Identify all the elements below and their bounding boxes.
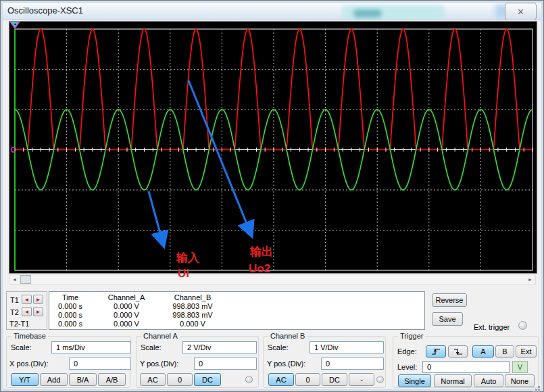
ext-trigger-indicator bbox=[518, 321, 527, 330]
channel-a-scale-input[interactable] bbox=[182, 341, 257, 353]
table-header-time: Time bbox=[49, 293, 91, 302]
table-cell: 0.000 V bbox=[91, 311, 162, 320]
t2-left-button[interactable]: ◄ bbox=[22, 307, 32, 316]
channel-a-ypos-label: Y pos.(Div): bbox=[140, 360, 178, 368]
timebase-xpos-input[interactable] bbox=[69, 358, 131, 370]
channel-a-ypos-input[interactable] bbox=[194, 358, 257, 370]
trigger-source-ext-button[interactable]: Ext bbox=[516, 345, 537, 358]
t1-left-icon: ◄ bbox=[24, 297, 30, 303]
channel-b-caption: Channel B bbox=[268, 332, 307, 340]
table-cell: 0.000 s bbox=[49, 302, 91, 311]
scroll-right-icon: ► bbox=[528, 277, 533, 282]
channel-b-scale-input[interactable] bbox=[310, 341, 384, 353]
channel-b-ypos-input[interactable] bbox=[321, 358, 384, 370]
annotation-output-sub: Uo2 bbox=[249, 263, 270, 274]
readout-table: Time Channel_A Channel_B 0.000 s 0.000 V… bbox=[49, 291, 425, 330]
resize-grip[interactable] bbox=[538, 386, 540, 388]
group-trigger: Trigger Edge: A B Ext Level: V Single No… bbox=[393, 336, 539, 388]
channel-a-caption: Channel A bbox=[141, 332, 180, 340]
trigger-mode-auto-button[interactable]: Auto bbox=[474, 374, 503, 387]
channel-b-dc-button[interactable]: DC bbox=[322, 373, 347, 386]
t2t1-label: T2-T1 bbox=[9, 320, 29, 328]
channel-b-indicator bbox=[376, 376, 384, 383]
close-button[interactable]: ✕ bbox=[505, 3, 537, 20]
group-channel-a: Channel A Scale: Y pos.(Div): AC 0 DC bbox=[136, 336, 259, 388]
channel-b-ypos-label: Y pos.(Div): bbox=[267, 360, 305, 368]
ba-button[interactable]: B/A bbox=[69, 373, 97, 386]
add-button[interactable]: Add bbox=[40, 373, 68, 386]
scroll-left-icon: ◄ bbox=[12, 277, 17, 282]
scrollbar-thumb[interactable] bbox=[20, 275, 31, 284]
trigger-mode-single-button[interactable]: Single bbox=[398, 374, 431, 387]
timebase-scale-input[interactable] bbox=[51, 341, 131, 353]
rising-edge-icon bbox=[431, 347, 441, 356]
trigger-edge-rising-button[interactable] bbox=[426, 345, 446, 358]
table-cell: 998.803 mV bbox=[162, 302, 224, 311]
titlebar[interactable]: Oscilloscope-XSC1 ✕ bbox=[1, 1, 543, 20]
trigger-caption: Trigger bbox=[398, 332, 425, 340]
close-icon: ✕ bbox=[517, 7, 524, 17]
scrollbar-right-button[interactable]: ► bbox=[525, 275, 535, 284]
cursor-panel: T1 ◄ ► T2 ◄ ► T2-T1 bbox=[6, 291, 47, 330]
reverse-button[interactable]: Reverse bbox=[432, 293, 467, 307]
t2-right-button[interactable]: ► bbox=[33, 307, 43, 316]
trigger-mode-normal-button[interactable]: Normal bbox=[434, 374, 472, 387]
output-annotation-arrow bbox=[189, 80, 251, 235]
t1-label: T1 bbox=[10, 296, 19, 304]
yt-button[interactable]: Y/T bbox=[11, 373, 39, 386]
trigger-level-label: Level: bbox=[397, 363, 417, 371]
trigger-mode-none-button[interactable]: None bbox=[505, 374, 535, 387]
timebase-caption: Timebase bbox=[11, 332, 48, 340]
channel-a-ac-button[interactable]: AC bbox=[140, 373, 166, 386]
channel-b-zero-button[interactable]: 0 bbox=[295, 373, 320, 386]
trigger-level-input[interactable] bbox=[422, 361, 510, 373]
falling-edge-icon bbox=[453, 347, 463, 356]
oscilloscope-window: Oscilloscope-XSC1 ✕ 输入 Ui 输出 Uo2 ◄ ► bbox=[0, 0, 544, 392]
table-row-t2: 0.000 s 0.000 V 998.803 mV bbox=[49, 311, 424, 320]
channel-a-indicator bbox=[245, 376, 253, 383]
annotation-output-label: 输出 bbox=[250, 246, 273, 258]
trigger-level-unit[interactable]: V bbox=[512, 361, 528, 373]
scope-display: 输入 Ui 输出 Uo2 bbox=[9, 21, 537, 274]
t1-left-button[interactable]: ◄ bbox=[22, 295, 32, 304]
table-cell: 0.000 s bbox=[49, 311, 91, 320]
trigger-source-a-button[interactable]: A bbox=[472, 345, 494, 358]
annotation-input-sub: Ui bbox=[178, 268, 189, 279]
window-title: Oscilloscope-XSC1 bbox=[7, 5, 83, 16]
table-cell: 0.000 V bbox=[91, 302, 162, 311]
table-header-row: Time Channel_A Channel_B bbox=[49, 293, 424, 302]
table-cell: 0.000 V bbox=[162, 320, 224, 328]
channel-a-scale-label: Scale: bbox=[141, 343, 162, 351]
ext-trigger-label: Ext. trigger bbox=[474, 323, 510, 331]
channel-b-ac-button[interactable]: AC bbox=[268, 373, 294, 386]
t2-left-icon: ◄ bbox=[24, 309, 30, 315]
channel-a-dc-button[interactable]: DC bbox=[194, 373, 221, 386]
table-header-channel-a: Channel_A bbox=[91, 293, 162, 302]
table-row-t1: 0.000 s 0.000 V 998.803 mV bbox=[49, 302, 424, 311]
save-button[interactable]: Save bbox=[432, 312, 463, 326]
table-cell: 998.803 mV bbox=[162, 311, 224, 320]
input-annotation-arrow bbox=[149, 191, 164, 245]
annotation-arrows bbox=[9, 22, 537, 273]
table-header-channel-b: Channel_B bbox=[162, 293, 224, 302]
t2-label: T2 bbox=[10, 308, 19, 316]
trigger-source-b-button[interactable]: B bbox=[495, 345, 514, 358]
table-cell: 0.000 s bbox=[49, 320, 91, 328]
channel-b-scale-label: Scale: bbox=[268, 343, 289, 351]
table-cell: 0.000 V bbox=[91, 320, 162, 328]
t1-right-icon: ► bbox=[36, 297, 41, 303]
trigger-edge-falling-button[interactable] bbox=[448, 345, 468, 358]
group-timebase: Timebase Scale: X pos.(Div): Y/T Add B/A… bbox=[6, 336, 130, 388]
scope-h-scrollbar[interactable]: ◄ ► bbox=[9, 274, 536, 285]
group-channel-b: Channel B Scale: Y pos.(Div): AC 0 DC - bbox=[263, 336, 386, 388]
channel-b-minus-button[interactable]: - bbox=[349, 373, 374, 386]
t1-right-button[interactable]: ► bbox=[33, 295, 43, 304]
channel-a-zero-button[interactable]: 0 bbox=[167, 373, 193, 386]
ab-button[interactable]: A/B bbox=[98, 373, 126, 386]
trigger-edge-label: Edge: bbox=[397, 347, 417, 356]
table-row-t2t1: 0.000 s 0.000 V 0.000 V bbox=[49, 320, 424, 328]
timebase-xpos-label: X pos.(Div): bbox=[9, 360, 48, 368]
scrollbar-left-button[interactable]: ◄ bbox=[9, 275, 20, 284]
timebase-scale-label: Scale: bbox=[11, 343, 32, 351]
annotation-input-label: 输入 bbox=[176, 252, 199, 264]
